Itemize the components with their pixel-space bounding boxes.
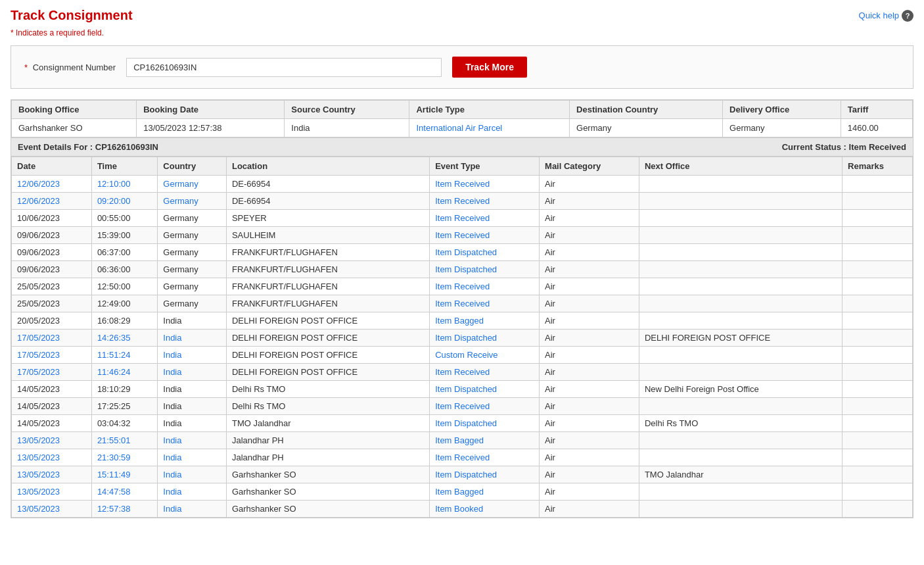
col-delivery-office: Delivery Office (723, 101, 841, 119)
quick-help-link[interactable]: Quick help ? (859, 10, 913, 22)
cell-mail_category: Air (540, 415, 639, 432)
cell-time: 06:37:00 (91, 244, 157, 261)
cell-remarks (843, 364, 913, 381)
cell-country: India (158, 466, 227, 483)
cell-event_type: Item Received (430, 449, 540, 466)
asterisk-indicator: * (11, 28, 14, 37)
cell-date: 14/05/2023 (12, 398, 92, 415)
cell-mail_category: Air (540, 278, 639, 295)
cell-event_type: Item Received (430, 295, 540, 312)
cell-country: India (158, 347, 227, 364)
consignment-label-text: Consignment Number (33, 62, 116, 72)
track-more-button[interactable]: Track More (452, 57, 527, 78)
col-article-type: Article Type (409, 101, 570, 119)
cell-country: India (158, 364, 227, 381)
val-booking-date: 13/05/2023 12:57:38 (137, 119, 285, 137)
cell-remarks (843, 278, 913, 295)
cell-mail_category: Air (540, 398, 639, 415)
required-note-text: Indicates a required field. (16, 28, 104, 37)
cell-location: Jalandhar PH (226, 432, 429, 449)
consignment-input[interactable] (126, 58, 442, 77)
cell-date: 09/06/2023 (12, 244, 92, 261)
cell-date: 17/05/2023 (12, 347, 92, 364)
table-row: 13/05/202321:30:59IndiaJalandhar PHItem … (12, 449, 913, 466)
cell-country: Germany (158, 261, 227, 278)
cell-location: FRANKFURT/FLUGHAFEN (226, 261, 429, 278)
cell-event_type: Item Bagged (430, 312, 540, 330)
cell-remarks (843, 398, 913, 415)
cell-next_office (639, 278, 842, 295)
cell-time: 11:46:24 (91, 364, 157, 381)
cell-location: DELHI FOREIGN POST OFFICE (226, 312, 429, 330)
cell-next_office (639, 449, 842, 466)
cell-next_office (639, 295, 842, 312)
table-row: 17/05/202311:51:24IndiaDELHI FOREIGN POS… (12, 347, 913, 364)
required-note: * Indicates a required field. (11, 28, 913, 37)
current-status-label: Current Status : Item Received (782, 142, 906, 152)
cell-time: 00:55:00 (91, 210, 157, 227)
cell-event_type: Item Dispatched (430, 415, 540, 432)
cell-mail_category: Air (540, 227, 639, 244)
val-booking-office: Garhshanker SO (12, 119, 137, 137)
cell-next_office (639, 398, 842, 415)
cell-location: Delhi Rs TMO (226, 381, 429, 398)
cell-time: 12:10:00 (91, 176, 157, 193)
table-row: 13/05/202312:57:38IndiaGarhshanker SOIte… (12, 501, 913, 518)
help-circle-icon: ? (902, 10, 913, 22)
cell-country: Germany (158, 227, 227, 244)
table-row: 20/05/202316:08:29IndiaDELHI FOREIGN POS… (12, 312, 913, 330)
cell-remarks (843, 466, 913, 483)
cell-country: Germany (158, 176, 227, 193)
cell-next_office (639, 193, 842, 210)
cell-country: India (158, 415, 227, 432)
cell-country: Germany (158, 295, 227, 312)
cell-country: India (158, 449, 227, 466)
cell-date: 13/05/2023 (12, 449, 92, 466)
cell-next_office (639, 261, 842, 278)
cell-location: DELHI FOREIGN POST OFFICE (226, 347, 429, 364)
cell-time: 15:39:00 (91, 227, 157, 244)
cell-event_type: Custom Receive (430, 347, 540, 364)
cell-country: India (158, 330, 227, 347)
cell-date: 25/05/2023 (12, 278, 92, 295)
cell-remarks (843, 227, 913, 244)
cell-country: India (158, 483, 227, 501)
table-row: 12/06/202309:20:00GermanyDE-66954Item Re… (12, 193, 913, 210)
page-wrapper: Track Consignment Quick help ? * Indicat… (0, 0, 924, 526)
cell-country: Germany (158, 244, 227, 261)
table-row: 10/06/202300:55:00GermanySPEYERItem Rece… (12, 210, 913, 227)
cell-location: FRANKFURT/FLUGHAFEN (226, 278, 429, 295)
info-row: Garhshanker SO 13/05/2023 12:57:38 India… (12, 119, 913, 137)
cell-next_office (639, 483, 842, 501)
article-type-link[interactable]: International Air Parcel (416, 123, 502, 133)
cell-event_type: Item Received (430, 193, 540, 210)
cell-date: 14/05/2023 (12, 415, 92, 432)
info-table: Booking Office Booking Date Source Count… (11, 100, 913, 137)
table-row: 17/05/202311:46:24IndiaDELHI FOREIGN POS… (12, 364, 913, 381)
cell-location: Garhshanker SO (226, 466, 429, 483)
cell-country: India (158, 501, 227, 518)
cell-location: Garhshanker SO (226, 483, 429, 501)
table-row: 17/05/202314:26:35IndiaDELHI FOREIGN POS… (12, 330, 913, 347)
cell-location: Garhshanker SO (226, 501, 429, 518)
cell-time: 14:47:58 (91, 483, 157, 501)
cell-time: 14:26:35 (91, 330, 157, 347)
cell-event_type: Item Received (430, 278, 540, 295)
cell-location: DE-66954 (226, 193, 429, 210)
cell-remarks (843, 176, 913, 193)
cell-remarks (843, 244, 913, 261)
cell-mail_category: Air (540, 381, 639, 398)
cell-remarks (843, 347, 913, 364)
cell-next_office: New Delhi Foreign Post Office (639, 381, 842, 398)
cell-remarks (843, 330, 913, 347)
cell-mail_category: Air (540, 295, 639, 312)
consignment-field-label: * Consignment Number (24, 62, 116, 72)
cell-time: 12:50:00 (91, 278, 157, 295)
table-row: 09/06/202306:36:00GermanyFRANKFURT/FLUGH… (12, 261, 913, 278)
cell-country: Germany (158, 193, 227, 210)
cell-event_type: Item Dispatched (430, 466, 540, 483)
cell-event_type: Item Dispatched (430, 244, 540, 261)
col-next-office: Next Office (639, 157, 842, 176)
page-title: Track Consignment (11, 8, 133, 23)
table-row: 13/05/202314:47:58IndiaGarhshanker SOIte… (12, 483, 913, 501)
